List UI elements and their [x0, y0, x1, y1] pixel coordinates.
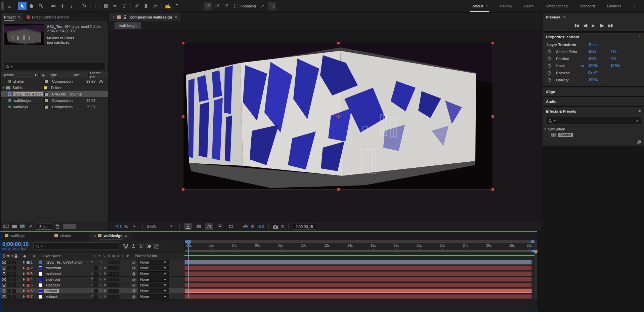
motion-blur-icon[interactable]	[146, 244, 152, 248]
search-options-caret-icon[interactable]	[41, 245, 43, 247]
effect-group-simulation[interactable]: Simulation	[548, 127, 565, 131]
layer-duration-bar[interactable]	[184, 288, 532, 293]
reset-link[interactable]: Reset	[589, 43, 599, 47]
adjustment-layer-column-icon[interactable]: ◐	[121, 254, 125, 258]
collapse-transformations-column-icon[interactable]: ☀	[97, 254, 102, 258]
expand-layer-icon[interactable]	[23, 278, 25, 281]
layer-transform-section[interactable]: Layer Transform	[547, 43, 589, 47]
stopwatch-icon[interactable]	[547, 78, 551, 82]
audio-panel[interactable]: Audio	[543, 97, 644, 107]
roto-brush-tool-icon[interactable]: ✍	[164, 2, 172, 10]
collapse-group-icon[interactable]	[544, 128, 546, 130]
timeline-tab-walldesign[interactable]: × walldesign ≡	[89, 232, 132, 240]
work-area-bar[interactable]	[185, 250, 535, 252]
anchor-x-value[interactable]: 1053	[588, 49, 606, 54]
col-size[interactable]: Size	[73, 73, 87, 77]
timeline-tab-wallkeys[interactable]: wallKeys	[0, 232, 30, 240]
frame-blend-icon[interactable]	[139, 244, 143, 248]
label-color[interactable]	[44, 105, 48, 109]
fast-previews-icon[interactable]	[184, 223, 192, 230]
layer-name[interactable]: [SSU_Te...6x994.png]	[44, 260, 83, 264]
audio-column-speaker-icon[interactable]	[7, 254, 11, 258]
footer-blank-button[interactable]	[63, 224, 76, 229]
eye-icon[interactable]	[2, 261, 6, 264]
layer-label-color[interactable]	[26, 266, 30, 270]
transparency-grid-icon[interactable]	[195, 223, 203, 230]
hand-tool-icon[interactable]	[27, 2, 36, 10]
layer-label-color[interactable]	[26, 272, 30, 276]
next-frame-button[interactable]: ▮▶	[600, 23, 604, 28]
layer-duration-bar[interactable]	[184, 260, 532, 265]
eye-icon[interactable]	[2, 272, 6, 275]
preview-time-display[interactable]: 0;00;00;15	[293, 224, 316, 230]
layer-row-2[interactable]: 2 mainfront Ŧ╲fx @None	[0, 265, 534, 271]
brush-tool-icon[interactable]: ✐	[133, 2, 141, 10]
time-ruler[interactable]: :00s 02s 04s 06s 08s 10s 12s 14s 16s 18s…	[184, 240, 534, 252]
position-y-value[interactable]: 497	[610, 56, 628, 61]
layer-label-color[interactable]	[26, 261, 30, 264]
project-row-solids[interactable]: Solids Folder	[1, 85, 108, 91]
layer-name[interactable]: mainback	[44, 272, 63, 276]
workspace-overflow-chevron-icon[interactable]: »	[627, 0, 641, 12]
exposure-icon[interactable]: ✳	[251, 224, 254, 229]
parent-pickwhip-icon[interactable]: @	[132, 277, 136, 281]
magnification-value[interactable]: 43.8	[115, 225, 122, 229]
expand-layer-icon[interactable]	[23, 289, 25, 292]
previous-frame-button[interactable]: ◀▮	[583, 23, 587, 28]
tab-effect-controls[interactable]: Effect Controls enfront	[23, 13, 72, 21]
layer-label-color[interactable]	[26, 295, 30, 299]
scale-x-value[interactable]: 100%	[588, 64, 606, 68]
magnification-dropdown[interactable]	[130, 223, 138, 230]
draft-3d-icon[interactable]	[131, 244, 136, 248]
close-tab-icon[interactable]: ×	[94, 234, 96, 238]
tab-project[interactable]: Project≡	[1, 13, 23, 21]
rotation-tool-icon[interactable]: ↻	[80, 2, 88, 10]
parent-dropdown[interactable]: None	[138, 283, 169, 287]
rectangle-tool-icon[interactable]	[102, 2, 110, 10]
layer-name[interactable]: enfront	[44, 289, 59, 293]
breadcrumb-walldesign[interactable]: walldesign	[115, 22, 141, 29]
search-options-caret-icon[interactable]	[11, 66, 13, 67]
timeline-search-input[interactable]	[33, 242, 119, 250]
3d-layer-column-icon[interactable]: ❖	[125, 254, 130, 258]
world-axis-mode-icon[interactable]: Ψ	[213, 2, 221, 10]
frame-blend-column-icon[interactable]: ▤	[111, 254, 116, 258]
expand-layer-icon[interactable]	[23, 284, 25, 286]
mask-visibility-icon[interactable]	[205, 223, 213, 230]
timeline-tab-shatter[interactable]: shatter	[50, 232, 76, 240]
eye-icon[interactable]	[2, 289, 6, 292]
stopwatch-icon[interactable]	[547, 64, 551, 68]
new-composition-icon[interactable]	[20, 225, 25, 228]
orbit-camera-tool-icon[interactable]	[49, 2, 57, 10]
label-color[interactable]	[44, 92, 48, 96]
parent-dropdown[interactable]: None	[138, 288, 169, 293]
selection-tool-icon[interactable]	[18, 2, 27, 10]
interpret-footage-icon[interactable]	[3, 225, 9, 229]
parent-pickwhip-icon[interactable]: @	[132, 266, 136, 270]
video-column-eye-icon[interactable]	[2, 255, 6, 258]
unlock-icon[interactable]	[123, 15, 127, 19]
label-column-icon[interactable]: ◆	[42, 73, 44, 77]
local-axis-mode-icon[interactable]: Ψ	[204, 2, 212, 10]
sort-asc-icon[interactable]: ▲	[34, 73, 37, 77]
expand-layer-icon[interactable]	[23, 272, 25, 275]
toolbar-grip[interactable]	[1, 2, 4, 10]
quality-column-icon[interactable]: ╲	[102, 254, 106, 258]
crop-comp-icon[interactable]	[227, 223, 235, 230]
resolution-value[interactable]: (Half)	[147, 225, 156, 229]
panel-menu-icon[interactable]: ≡	[563, 15, 566, 20]
clear-search-icon[interactable]: ×	[636, 119, 638, 123]
view-axis-mode-icon[interactable]: Ψ	[222, 2, 230, 10]
parent-dropdown[interactable]: None	[138, 260, 169, 265]
eye-icon[interactable]	[2, 278, 6, 281]
new-folder-icon[interactable]	[12, 225, 17, 228]
graph-editor-icon[interactable]	[155, 244, 159, 248]
snap-along-edges-icon[interactable]: ↗	[259, 2, 267, 10]
layer-duration-bar[interactable]	[184, 266, 532, 270]
layer-row-5[interactable]: 5 sideback Ŧ╲fx @None	[0, 282, 534, 288]
first-frame-button[interactable]: ▮◀	[574, 23, 578, 28]
effects-search-input[interactable]: ×	[545, 117, 641, 124]
project-row-wallkeys[interactable]: wallKeys Composition 29.97	[1, 104, 108, 110]
parent-dropdown[interactable]: None	[138, 277, 169, 282]
parent-pickwhip-icon[interactable]: @	[132, 289, 136, 293]
